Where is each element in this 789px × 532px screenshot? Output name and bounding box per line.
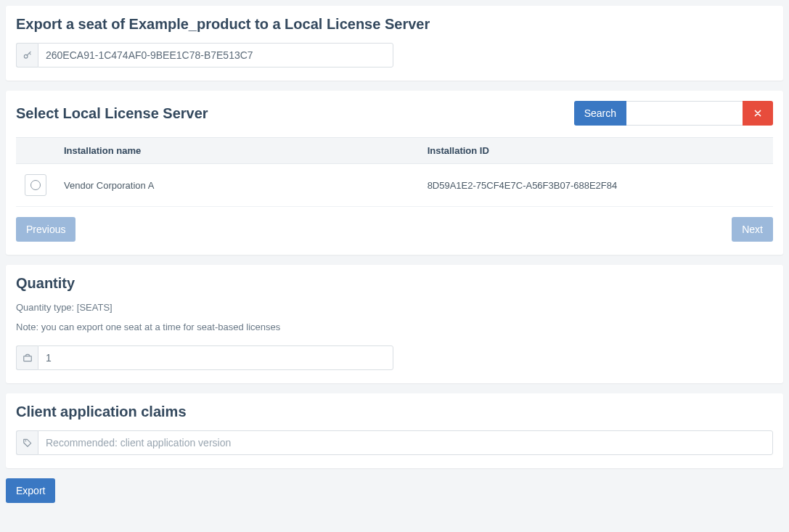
tag-icon xyxy=(16,430,38,455)
export-header-card: Export a seat of Example_product to a Lo… xyxy=(6,6,783,81)
quantity-type-label: Quantity type: [SEATS] xyxy=(16,302,773,313)
search-group: Search xyxy=(574,101,773,126)
pagination-row: Previous Next xyxy=(16,217,773,242)
quantity-field[interactable] xyxy=(38,345,393,370)
claims-card: Client application claims xyxy=(6,393,783,468)
quantity-card: Quantity Quantity type: [SEATS] Note: yo… xyxy=(6,265,783,383)
row-select-radio[interactable] xyxy=(25,174,46,196)
col-installation-name: Installation name xyxy=(55,138,419,164)
next-button[interactable]: Next xyxy=(732,217,773,242)
close-icon xyxy=(753,108,763,118)
server-table: Installation name Installation ID Vendor… xyxy=(16,137,773,207)
col-installation-id: Installation ID xyxy=(419,138,773,164)
select-server-header: Select Local License Server Search xyxy=(16,101,773,126)
search-input[interactable] xyxy=(626,101,743,126)
export-button[interactable]: Export xyxy=(6,478,55,503)
quantity-note: Note: you can export one seat at a time … xyxy=(16,322,773,332)
previous-button[interactable]: Previous xyxy=(16,217,75,242)
row-installation-name: Vendor Corporation A xyxy=(55,164,419,207)
claims-field[interactable] xyxy=(38,430,773,455)
table-row: Vendor Corporation A 8D59A1E2-75CF4E7C-A… xyxy=(16,164,773,207)
search-button[interactable]: Search xyxy=(574,101,626,126)
claims-title: Client application claims xyxy=(16,404,773,420)
select-server-title: Select Local License Server xyxy=(16,105,208,122)
quantity-input-group xyxy=(16,345,393,370)
briefcase-icon xyxy=(16,345,38,370)
col-select xyxy=(16,138,55,164)
license-key-group xyxy=(16,43,393,67)
svg-rect-1 xyxy=(23,356,31,361)
clear-search-button[interactable] xyxy=(743,101,773,126)
license-key-field[interactable] xyxy=(38,43,393,67)
claims-input-group xyxy=(16,430,773,455)
quantity-title: Quantity xyxy=(16,275,773,292)
select-server-card: Select Local License Server Search Insta… xyxy=(6,91,783,255)
key-icon xyxy=(16,43,38,67)
footer-row: Export xyxy=(6,478,783,507)
row-installation-id: 8D59A1E2-75CF4E7C-A56F3B07-688E2F84 xyxy=(419,164,773,207)
radio-icon xyxy=(30,180,41,190)
svg-point-2 xyxy=(25,441,26,442)
page-title: Export a seat of Example_product to a Lo… xyxy=(16,16,773,33)
